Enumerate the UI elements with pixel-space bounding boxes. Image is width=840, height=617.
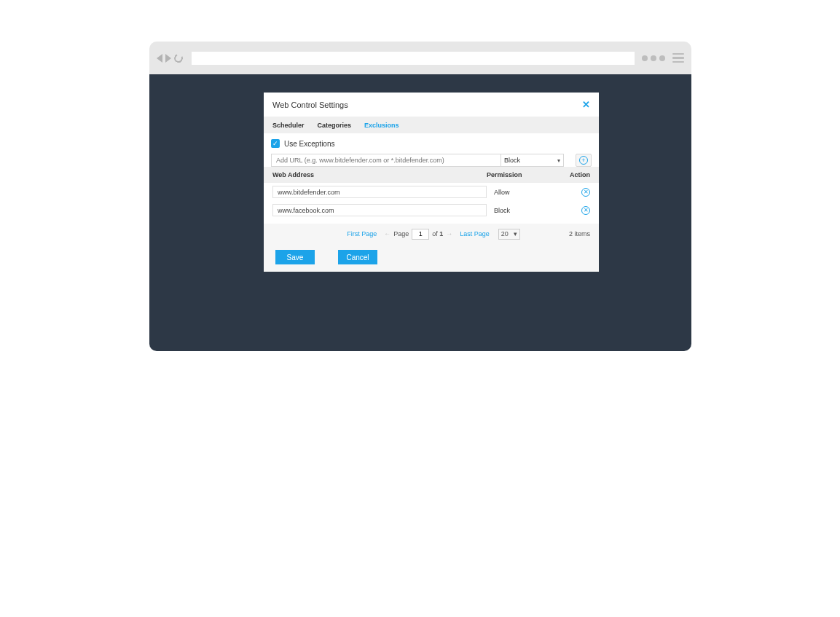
column-header-address: Web Address xyxy=(272,171,487,178)
per-page-select[interactable]: 20 ▾ xyxy=(498,229,520,240)
tab-exclusions[interactable]: Exclusions xyxy=(364,122,399,129)
next-page-icon[interactable]: → xyxy=(446,230,452,237)
row-address[interactable]: www.bitdefender.com xyxy=(272,186,487,198)
app-content: Web Control Settings ✕ Scheduler Categor… xyxy=(149,74,691,351)
row-permission: Allow xyxy=(487,189,555,196)
modal-tabs: Scheduler Categories Exclusions xyxy=(264,117,599,133)
browser-frame: Web Control Settings ✕ Scheduler Categor… xyxy=(149,42,691,351)
total-pages: 1 xyxy=(439,230,443,237)
back-icon[interactable] xyxy=(157,54,162,63)
first-page-link[interactable]: First Page xyxy=(347,230,377,237)
address-bar[interactable] xyxy=(192,52,635,65)
add-url-input[interactable] xyxy=(271,154,501,167)
prev-page-icon[interactable]: ← xyxy=(384,230,390,237)
browser-chrome xyxy=(149,42,691,74)
row-address[interactable]: www.facebook.com xyxy=(272,204,487,216)
use-exceptions-label: Use Exceptions xyxy=(284,140,334,148)
last-page-link[interactable]: Last Page xyxy=(460,230,490,237)
cancel-button[interactable]: Cancel xyxy=(338,250,377,264)
window-dot-icon xyxy=(642,55,648,61)
modal-title: Web Control Settings xyxy=(272,101,348,109)
column-header-action: Action xyxy=(555,171,590,178)
permission-select-value: Block xyxy=(504,157,520,164)
table-row: www.bitdefender.com Allow ✕ xyxy=(264,183,599,201)
per-page-value: 20 xyxy=(501,230,509,237)
of-label: of xyxy=(432,230,438,237)
row-permission: Block xyxy=(487,207,555,214)
forward-icon[interactable] xyxy=(165,54,171,63)
use-exceptions-checkbox[interactable]: ✓ xyxy=(271,139,280,148)
window-dot-icon xyxy=(651,55,656,61)
web-control-settings-modal: Web Control Settings ✕ Scheduler Categor… xyxy=(264,93,599,272)
chevron-down-icon: ▾ xyxy=(514,230,517,237)
column-header-permission: Permission xyxy=(487,171,555,178)
add-url-button[interactable]: + xyxy=(576,154,592,167)
chevron-down-icon: ▾ xyxy=(557,157,560,164)
permission-select[interactable]: Block ▾ xyxy=(501,154,564,167)
close-icon[interactable]: ✕ xyxy=(582,99,590,110)
window-dot-icon xyxy=(659,55,665,61)
table-row: www.facebook.com Block ✕ xyxy=(264,201,599,219)
page-number-input[interactable] xyxy=(412,229,429,240)
delete-row-icon[interactable]: ✕ xyxy=(581,206,590,215)
pagination: First Page ← Page of 1 → Last Page 20 ▾ … xyxy=(264,224,599,244)
delete-row-icon[interactable]: ✕ xyxy=(581,188,590,197)
items-count: 2 items xyxy=(569,230,590,237)
menu-icon[interactable] xyxy=(672,53,684,63)
page-label: Page xyxy=(393,230,409,237)
plus-circle-icon: + xyxy=(579,156,588,165)
tab-categories[interactable]: Categories xyxy=(318,122,352,129)
tab-scheduler[interactable]: Scheduler xyxy=(272,122,305,129)
window-controls xyxy=(642,55,665,61)
save-button[interactable]: Save xyxy=(275,250,315,264)
reload-icon[interactable] xyxy=(173,52,184,63)
